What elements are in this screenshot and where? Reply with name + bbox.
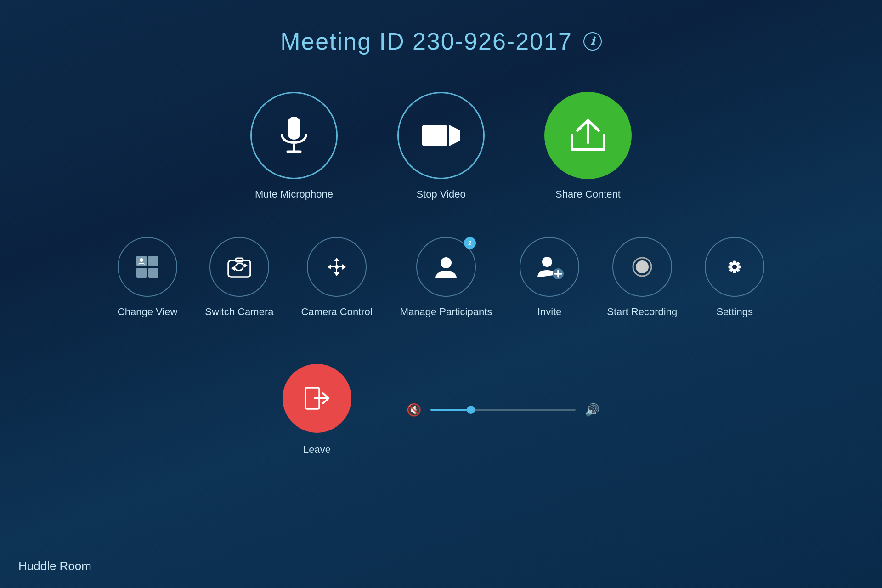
invite-icon — [535, 253, 564, 281]
room-label: Huddle Room — [18, 559, 91, 573]
video-icon — [421, 121, 461, 150]
start-recording-button[interactable]: Start Recording — [607, 237, 677, 318]
leave-label: Leave — [303, 444, 331, 456]
share-content-label: Share Content — [555, 188, 621, 200]
svg-rect-3 — [422, 125, 447, 146]
settings-circle — [705, 237, 764, 297]
camera-control-circle — [307, 237, 367, 297]
manage-participants-circle: 2 — [416, 237, 476, 297]
share-content-button[interactable]: Share Content — [544, 92, 632, 200]
svg-point-26 — [732, 265, 737, 269]
participants-icon — [432, 253, 460, 281]
volume-slider-thumb[interactable] — [467, 406, 475, 414]
svg-rect-8 — [136, 268, 147, 278]
stop-video-button[interactable]: Stop Video — [397, 92, 485, 200]
meeting-id: Meeting ID 230-926-2017 — [280, 28, 572, 55]
share-icon — [567, 117, 609, 154]
settings-icon — [720, 253, 749, 281]
invite-label: Invite — [537, 306, 562, 318]
camera-control-label: Camera Control — [301, 306, 372, 318]
share-content-circle — [544, 92, 632, 179]
switch-camera-button[interactable]: Switch Camera — [205, 237, 273, 318]
primary-controls: Mute Microphone Stop Video — [250, 92, 632, 200]
change-view-label: Change View — [118, 306, 177, 318]
svg-marker-12 — [244, 263, 248, 268]
switch-camera-label: Switch Camera — [205, 306, 273, 318]
settings-label: Settings — [716, 306, 753, 318]
svg-rect-9 — [148, 268, 158, 278]
stop-video-circle — [397, 92, 485, 179]
svg-rect-27 — [738, 266, 741, 269]
record-icon — [628, 253, 656, 281]
svg-rect-7 — [148, 256, 158, 266]
leave-section: Leave 🔇 🔊 — [283, 364, 599, 456]
start-recording-circle — [612, 237, 672, 297]
manage-participants-button[interactable]: 2 Manage Participants — [400, 237, 492, 318]
volume-slider[interactable] — [430, 409, 576, 411]
change-view-circle — [118, 237, 177, 297]
svg-rect-29 — [733, 270, 736, 273]
svg-point-10 — [140, 258, 143, 262]
change-view-icon — [135, 254, 160, 280]
header: Meeting ID 230-926-2017 ℹ — [280, 28, 602, 55]
change-view-button[interactable]: Change View — [118, 237, 177, 318]
microphone-icon — [277, 115, 311, 156]
leave-button[interactable] — [283, 364, 351, 433]
stop-video-label: Stop Video — [416, 188, 465, 200]
svg-marker-13 — [231, 266, 235, 271]
settings-button[interactable]: Settings — [705, 237, 764, 318]
mute-microphone-button[interactable]: Mute Microphone — [250, 92, 338, 200]
participants-badge: 2 — [464, 237, 476, 249]
camera-control-button[interactable]: Camera Control — [301, 237, 372, 318]
manage-participants-label: Manage Participants — [400, 306, 492, 318]
mute-microphone-label: Mute Microphone — [255, 188, 333, 200]
start-recording-label: Start Recording — [607, 306, 677, 318]
switch-camera-circle — [209, 237, 269, 297]
svg-point-18 — [441, 257, 452, 268]
secondary-controls: Change View Switch Camera — [118, 237, 764, 318]
volume-high-icon[interactable]: 🔊 — [585, 403, 599, 417]
svg-point-19 — [542, 257, 552, 267]
switch-camera-icon — [226, 253, 253, 281]
volume-control: 🔇 🔊 — [407, 403, 599, 417]
svg-point-24 — [636, 260, 649, 273]
svg-rect-0 — [288, 117, 300, 140]
svg-rect-31 — [729, 266, 732, 269]
volume-low-icon[interactable]: 🔇 — [407, 403, 421, 417]
volume-slider-fill — [430, 409, 471, 411]
invite-circle — [520, 237, 579, 297]
invite-button[interactable]: Invite — [520, 237, 579, 318]
mute-microphone-circle — [250, 92, 338, 179]
svg-marker-4 — [449, 125, 460, 146]
leave-icon — [303, 384, 331, 413]
svg-rect-33 — [733, 261, 736, 264]
info-icon-button[interactable]: ℹ — [583, 32, 602, 51]
camera-control-icon — [323, 253, 351, 281]
